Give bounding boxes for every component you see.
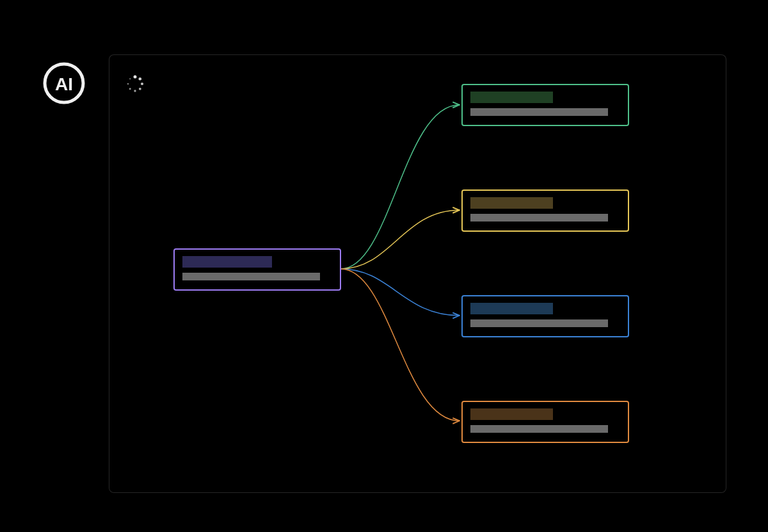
- target-node-text: [470, 108, 608, 116]
- svg-text:AI: AI: [55, 74, 73, 94]
- ai-logo-icon: AI: [42, 61, 86, 106]
- svg-point-9: [129, 78, 131, 79]
- svg-point-4: [141, 83, 143, 85]
- target-node-title: [470, 303, 553, 314]
- target-node-blue: [461, 295, 629, 337]
- target-node-yellow: [461, 189, 629, 232]
- source-node-text: [182, 273, 320, 280]
- svg-point-2: [134, 76, 137, 79]
- svg-point-3: [139, 77, 142, 81]
- target-node-text: [470, 319, 608, 327]
- svg-point-8: [127, 83, 129, 85]
- svg-point-7: [129, 88, 131, 90]
- target-node-title: [470, 197, 553, 209]
- target-node-text: [470, 214, 608, 222]
- target-node-text: [470, 425, 608, 433]
- target-node-orange: [461, 401, 629, 443]
- loading-spinner-icon: [125, 74, 145, 93]
- source-node-title: [182, 256, 272, 268]
- svg-point-6: [134, 90, 136, 92]
- diagram-panel: [109, 54, 726, 493]
- target-node-green: [461, 84, 629, 126]
- target-node-title: [470, 92, 553, 103]
- target-node-title: [470, 408, 553, 420]
- source-node: [173, 248, 341, 291]
- svg-point-5: [139, 88, 141, 90]
